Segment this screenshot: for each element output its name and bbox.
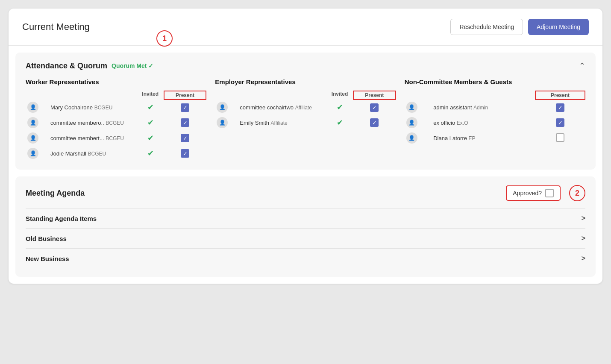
avatar: 👤 [406,117,417,128]
worker-reps-group: Worker Representatives Invited Present 👤… [26,78,206,161]
present-checkbox[interactable]: ✓ [370,118,379,127]
avatar: 👤 [406,102,417,113]
present-checkbox[interactable]: ✓ [556,118,564,127]
worker-reps-title: Worker Representatives [26,78,206,85]
avatar: 👤 [27,148,38,159]
avatar: 👤 [406,132,417,144]
agenda-items-list: Standing Agenda Items > Old Business > N… [26,208,585,268]
worker-invited-header: Invited [137,91,164,100]
table-row: 👤 committee membero.. BCGEU ✔ ✓ [26,115,206,130]
employer-present-header: Present [353,91,396,100]
present-checkbox[interactable]: ✓ [181,149,189,158]
present-checkbox[interactable]: ✓ [370,103,379,112]
worker-name: committee membert... BCGEU [49,130,137,146]
employer-name: Emily Smith Affiliate [238,115,326,130]
employer-invited-header: Invited [326,91,353,100]
invited-check: ✔ [147,134,154,142]
invited-check: ✔ [337,103,343,112]
approved-box: Approved? [506,185,561,201]
avatar: 👤 [27,132,38,144]
invited-check: ✔ [147,149,154,158]
table-row: 👤 Diana Latorre EP [405,130,585,146]
adjourn-button[interactable]: Adjourn Meeting [528,19,589,35]
non-committee-present-header: Present [535,91,585,100]
avatar: 👤 [27,102,38,113]
present-checkbox[interactable]: ✓ [181,103,189,112]
worker-present-header: Present [164,91,206,100]
employer-reps-group: Employer Representatives Invited Present… [215,78,396,161]
avatar: 👤 [217,117,228,128]
worker-name: Mary Cochairone BCGEU [49,100,137,115]
chevron-right-icon: > [582,255,585,262]
page-title: Current Meeting [22,21,90,32]
agenda-title: Meeting Agenda [26,189,85,198]
non-committee-group: Non-Committee Members & Guests Present 👤… [405,78,585,161]
invited-check: ✔ [337,118,343,127]
table-row: 👤 admin assistant Admin ✓ [405,100,585,115]
agenda-item-label: New Business [26,255,69,262]
present-checkbox[interactable] [556,133,564,142]
reschedule-button[interactable]: Reschedule Meeting [450,19,523,35]
approved-label: Approved? [513,190,542,197]
chevron-right-icon: > [582,235,585,242]
header-buttons: Reschedule Meeting Adjourn Meeting [450,19,589,35]
attendance-title: Attendance & Quorum Quorum Met ✓ [26,62,153,70]
agenda-item-old-business[interactable]: Old Business > [26,228,585,248]
non-committee-title: Non-Committee Members & Guests [405,78,585,85]
agenda-section: Meeting Agenda Approved? 2 Standing Agen… [15,176,596,277]
collapse-button[interactable]: ⌃ [579,61,585,70]
worker-name: Jodie Marshall BCGEU [49,146,137,161]
chevron-right-icon: > [582,214,585,222]
non-committee-name: Diana Latorre EP [432,130,535,146]
agenda-header: Meeting Agenda Approved? 2 [26,185,585,201]
quorum-badge: Quorum Met ✓ [112,62,153,69]
table-row: 👤 Emily Smith Affiliate ✔ ✓ [215,115,395,130]
present-checkbox[interactable]: ✓ [181,134,189,142]
reps-grid: Worker Representatives Invited Present 👤… [26,78,585,161]
invited-check: ✔ [147,118,154,127]
agenda-item-label: Standing Agenda Items [26,215,97,222]
table-row: 👤 committee membert... BCGEU ✔ ✓ [26,130,206,146]
employer-name: committee cochairtwo Affiliate [238,100,326,115]
attendance-section: 1 Attendance & Quorum Quorum Met ✓ ⌃ Wor… [15,53,596,170]
table-row: 👤 Jodie Marshall BCGEU ✔ ✓ [26,146,206,161]
table-row: 👤 ex officio Ex.O ✓ [405,115,585,130]
avatar: 👤 [27,117,38,128]
non-committee-name: admin assistant Admin [432,100,535,115]
annotation-2-circle: 2 [569,185,585,201]
present-checkbox[interactable]: ✓ [556,103,564,112]
table-row: 👤 Mary Cochairone BCGEU ✔ ✓ [26,100,206,115]
agenda-item-standing[interactable]: Standing Agenda Items > [26,208,585,228]
agenda-item-new-business[interactable]: New Business > [26,248,585,268]
worker-name: committee membero.. BCGEU [49,115,137,130]
annotation-1-circle: 1 [156,30,173,47]
table-row: 👤 committee cochairtwo Affiliate ✔ ✓ [215,100,395,115]
present-checkbox[interactable]: ✓ [181,118,189,127]
avatar: 👤 [217,102,228,113]
non-committee-name: ex officio Ex.O [432,115,535,130]
check-icon: ✓ [148,62,153,69]
employer-reps-title: Employer Representatives [215,78,396,85]
invited-check: ✔ [147,103,154,112]
agenda-item-label: Old Business [26,235,67,242]
approved-checkbox[interactable] [545,189,554,197]
